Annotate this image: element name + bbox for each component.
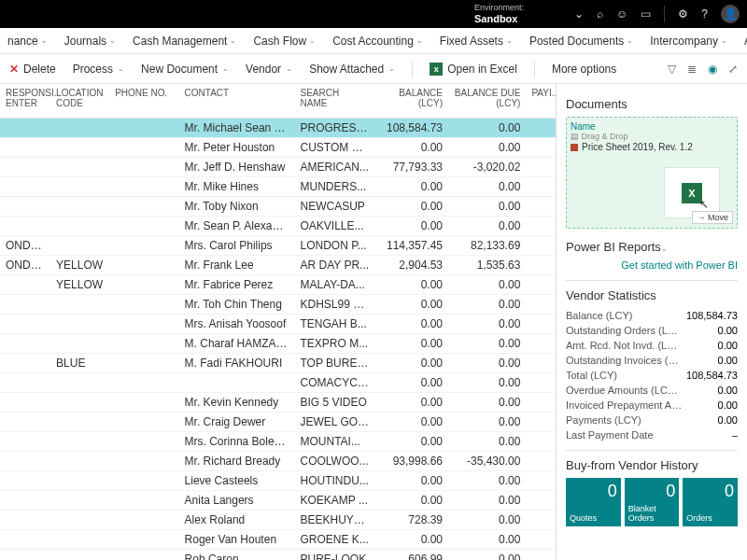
search-icon[interactable]: ⌕ [597, 7, 603, 21]
nav-cash-flow[interactable]: Cash Flow⌄ [253, 35, 316, 48]
table-row[interactable]: Alex RolandBEEKHUYSE...728.390.00 [0, 511, 556, 530]
user-avatar[interactable]: 👤 [721, 5, 740, 23]
cell-resp[interactable] [0, 471, 50, 491]
cell-bal[interactable]: 0.00 [374, 432, 448, 452]
cell-contact[interactable]: M. Fadi FAKHOURI [179, 354, 295, 373]
cell-search[interactable]: COMACYCLE [295, 373, 375, 393]
cell-bal[interactable]: 0.00 [374, 413, 448, 432]
table-row[interactable]: Anita LangersKOEKAMP ...0.000.00 [0, 491, 556, 511]
cell-contact[interactable]: Anita Langers [179, 491, 295, 511]
cell-resp[interactable] [0, 315, 50, 334]
cell-loc[interactable] [50, 373, 109, 393]
cell-contact[interactable]: Alex Roland [179, 511, 295, 530]
cell-search[interactable]: AR DAY PR... [295, 256, 375, 275]
cell-search[interactable]: AMERICAN... [295, 158, 375, 177]
cue-tile[interactable]: 0Orders [683, 478, 738, 526]
attached-file[interactable]: Price Sheet 2019, Rev. 1.2 [571, 142, 733, 152]
table-row[interactable]: Mr. Peter HoustonCUSTOM M...0.000.00 [0, 138, 556, 158]
nav-journals[interactable]: Journals⌄ [64, 35, 116, 48]
col-location-code[interactable]: LOCATIONCODE [50, 84, 109, 119]
cell-bal[interactable]: 93,998.66 [374, 452, 448, 471]
factbox-toggle-icon[interactable]: ◉ [708, 63, 717, 76]
stat-row[interactable]: Outstanding Invoices (LCY)0.00 [566, 353, 738, 368]
cell-search[interactable]: MOUNTAI... [295, 432, 375, 452]
cell-due[interactable]: 0.00 [448, 138, 526, 158]
cell-resp[interactable] [0, 119, 50, 138]
cell-phone[interactable] [109, 256, 178, 275]
cell-search[interactable]: KDHSL99 S... [295, 295, 375, 315]
table-row[interactable]: Mr. Toh Chin ThengKDHSL99 S...0.000.00 [0, 295, 556, 315]
cell-phone[interactable] [109, 373, 178, 393]
cell-loc[interactable] [50, 413, 109, 432]
open-in-excel-button[interactable]: xOpen in Excel [430, 63, 517, 76]
cell-phone[interactable] [109, 550, 178, 561]
cell-phone[interactable] [109, 334, 178, 354]
cell-bal[interactable]: 0.00 [374, 373, 448, 393]
powerbi-getstarted-link[interactable]: Get started with Power BI [566, 259, 738, 271]
vendor-history-title[interactable]: Buy-from Vendor History [566, 458, 738, 472]
cell-contact[interactable]: Mr. Richard Bready [179, 452, 295, 471]
cell-bal[interactable]: 0.00 [374, 295, 448, 315]
cell-contact[interactable]: Mrs. Carol Philips [179, 236, 295, 256]
cell-loc[interactable]: YELLOW [50, 275, 109, 295]
cell-bal[interactable]: 0.00 [374, 197, 448, 217]
cell-loc[interactable] [50, 511, 109, 530]
cell-due[interactable]: 0.00 [448, 413, 526, 432]
cell-phone[interactable] [109, 315, 178, 334]
cell-loc[interactable] [50, 471, 109, 491]
cell-search[interactable]: MUNDERS... [295, 177, 375, 197]
table-row[interactable]: M. Charaf HAMZAOUITEXPRO M...0.000.00 [0, 334, 556, 354]
cell-due[interactable]: 0.00 [448, 530, 526, 550]
cell-resp[interactable] [0, 413, 50, 432]
cell-phone[interactable] [109, 413, 178, 432]
cell-phone[interactable] [109, 119, 178, 138]
expand-icon[interactable]: ⤢ [728, 63, 738, 76]
cell-search[interactable]: OAKVILLE... [295, 217, 375, 236]
cell-resp[interactable] [0, 334, 50, 354]
cell-phone[interactable] [109, 158, 178, 177]
cell-resp[interactable] [0, 197, 50, 217]
cell-resp[interactable] [0, 530, 50, 550]
cell-loc[interactable]: YELLOW [50, 256, 109, 275]
more-options-button[interactable]: More options [552, 63, 616, 76]
cell-phone[interactable] [109, 138, 178, 158]
cell-bal[interactable]: 0.00 [374, 530, 448, 550]
cell-loc[interactable] [50, 491, 109, 511]
cell-search[interactable]: BIG 5 VIDEO [295, 393, 375, 413]
cell-phone[interactable] [109, 295, 178, 315]
cell-loc[interactable] [50, 452, 109, 471]
table-row[interactable]: Lieve CasteelsHOUTINDU...0.000.00 [0, 471, 556, 491]
cell-contact[interactable]: Lieve Casteels [179, 471, 295, 491]
cell-due[interactable]: -35,430.00 [448, 452, 526, 471]
cell-resp[interactable] [0, 217, 50, 236]
table-row[interactable]: Mr. Richard BreadyCOOLWOO...93,998.66-35… [0, 452, 556, 471]
cell-contact[interactable]: Mr. Peter Houston [179, 138, 295, 158]
cell-loc[interactable] [50, 393, 109, 413]
nav-finance[interactable]: nance⌄ [7, 35, 48, 48]
cell-resp[interactable]: ONDON [0, 256, 50, 275]
cell-search[interactable]: BEEKHUYSE... [295, 511, 375, 530]
cell-phone[interactable] [109, 217, 178, 236]
cell-phone[interactable] [109, 491, 178, 511]
cell-phone[interactable] [109, 452, 178, 471]
cell-due[interactable]: 0.00 [448, 491, 526, 511]
cell-resp[interactable] [0, 373, 50, 393]
cell-search[interactable]: CUSTOM M... [295, 138, 375, 158]
cell-resp[interactable] [0, 295, 50, 315]
nav-cost-accounting[interactable]: Cost Accounting⌄ [332, 35, 423, 48]
cell-resp[interactable] [0, 138, 50, 158]
stat-row[interactable]: Overdue Amounts (LCY) as of...0.00 [566, 383, 738, 398]
cell-due[interactable]: 0.00 [448, 315, 526, 334]
cell-bal[interactable]: 0.00 [374, 334, 448, 354]
stat-row[interactable]: Balance (LCY)108,584.73 [566, 308, 738, 323]
cell-due[interactable]: 0.00 [448, 432, 526, 452]
cell-loc[interactable] [50, 236, 109, 256]
cell-due[interactable]: 0.00 [448, 334, 526, 354]
cell-bal[interactable]: 0.00 [374, 315, 448, 334]
environment-indicator[interactable]: Environment: Sandbox [474, 4, 524, 24]
cell-resp[interactable]: ONDON [0, 236, 50, 256]
cell-contact[interactable]: Mr. Kevin Kennedy [179, 393, 295, 413]
cell-search[interactable]: JEWEL GOL... [295, 413, 375, 432]
cell-loc[interactable] [50, 550, 109, 561]
cell-bal[interactable]: 0.00 [374, 471, 448, 491]
